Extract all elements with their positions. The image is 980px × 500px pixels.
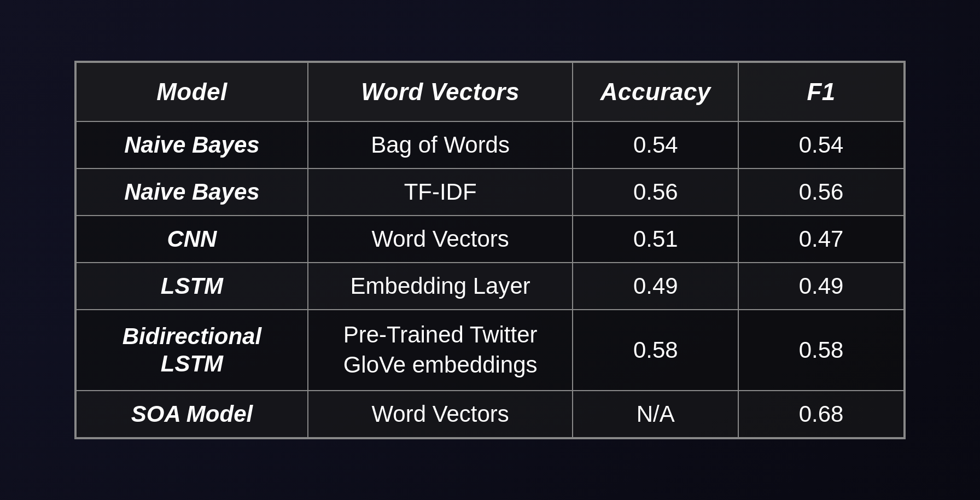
table-row: Naive Bayes Bag of Words 0.54 0.54 <box>76 121 904 168</box>
word-vectors-cell: Pre-Trained Twitter GloVe embeddings <box>308 310 573 390</box>
accuracy-cell: 0.56 <box>573 168 738 216</box>
word-vectors-cell: Embedding Layer <box>308 263 573 310</box>
header-f1: F1 <box>738 62 904 121</box>
accuracy-cell: 0.49 <box>573 263 738 310</box>
model-cell: CNN <box>76 216 308 263</box>
word-vectors-cell: Word Vectors <box>308 216 573 263</box>
comparison-table-wrapper: Model Word Vectors Accuracy F1 Naive Bay… <box>74 61 906 439</box>
f1-cell: 0.68 <box>738 391 904 438</box>
f1-cell: 0.47 <box>738 216 904 263</box>
word-vectors-line2: GloVe embeddings <box>343 352 538 377</box>
accuracy-cell: 0.54 <box>573 121 738 168</box>
model-cell: Naive Bayes <box>76 168 308 216</box>
model-cell: Naive Bayes <box>76 121 308 168</box>
table-row: SOA Model Word Vectors N/A 0.68 <box>76 391 904 438</box>
model-line2: LSTM <box>161 351 223 376</box>
table-row: CNN Word Vectors 0.51 0.47 <box>76 216 904 263</box>
f1-cell: 0.58 <box>738 310 904 390</box>
word-vectors-cell: Bag of Words <box>308 121 573 168</box>
word-vectors-cell: Word Vectors <box>308 391 573 438</box>
table-row: Naive Bayes TF-IDF 0.56 0.56 <box>76 168 904 216</box>
f1-cell: 0.56 <box>738 168 904 216</box>
model-line1: Bidirectional <box>122 323 261 349</box>
word-vectors-cell: TF-IDF <box>308 168 573 216</box>
model-cell: SOA Model <box>76 391 308 438</box>
word-vectors-line1: Pre-Trained Twitter <box>343 322 538 347</box>
header-model: Model <box>76 62 308 121</box>
accuracy-cell: 0.58 <box>573 310 738 390</box>
table-row: LSTM Embedding Layer 0.49 0.49 <box>76 263 904 310</box>
model-cell: LSTM <box>76 263 308 310</box>
accuracy-cell: N/A <box>573 391 738 438</box>
header-accuracy: Accuracy <box>573 62 738 121</box>
table-row: Bidirectional LSTM Pre-Trained Twitter G… <box>76 310 904 390</box>
table-header-row: Model Word Vectors Accuracy F1 <box>76 62 904 121</box>
f1-cell: 0.54 <box>738 121 904 168</box>
model-cell: Bidirectional LSTM <box>76 310 308 390</box>
accuracy-cell: 0.51 <box>573 216 738 263</box>
f1-cell: 0.49 <box>738 263 904 310</box>
comparison-table: Model Word Vectors Accuracy F1 Naive Bay… <box>75 62 905 438</box>
header-word-vectors: Word Vectors <box>308 62 573 121</box>
